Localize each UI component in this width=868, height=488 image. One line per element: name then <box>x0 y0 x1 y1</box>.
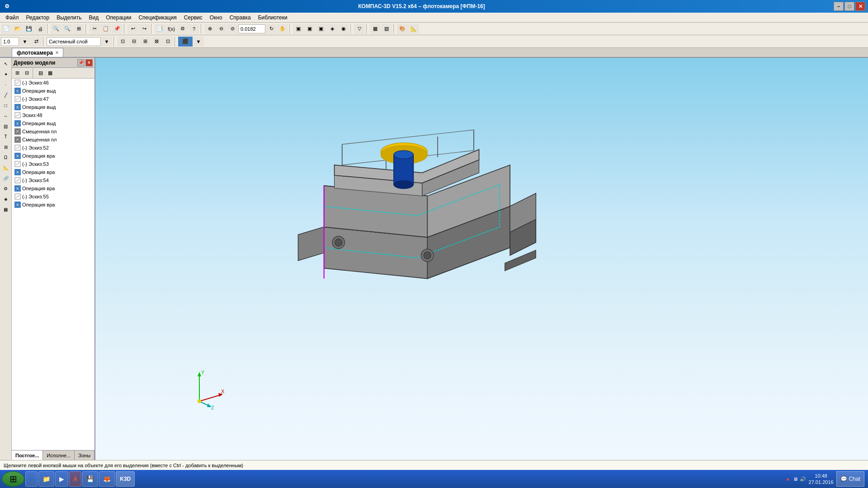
render-btn[interactable]: 🎨 <box>397 24 408 34</box>
active-tab[interactable]: флотокамера × <box>12 48 63 57</box>
menu-item-[interactable]: Библиотеки <box>255 14 291 22</box>
tb2-btn2[interactable]: ⊠ <box>151 37 162 47</box>
tree-close-btn[interactable]: × <box>85 59 93 66</box>
view-back-btn[interactable]: ▣ <box>304 24 315 34</box>
doc-btn[interactable]: 📑 <box>155 24 165 34</box>
cut-btn[interactable]: ✂ <box>89 24 100 34</box>
zoom-out-btn[interactable]: 🔍 <box>62 24 73 34</box>
tree-item[interactable]: Эскиз:48 <box>12 111 94 119</box>
view-3d-btn[interactable]: ◈ <box>327 24 338 34</box>
formula-btn[interactable]: f(x) <box>166 24 177 34</box>
tb2-btn1[interactable]: ⇄ <box>31 37 42 47</box>
save-btn[interactable]: 💾 <box>24 24 34 34</box>
zoom-in-btn[interactable]: 🔍 <box>51 24 61 34</box>
tree-item[interactable]: (-) Эскиз:46 <box>12 79 94 87</box>
measure-btn[interactable]: 📐 <box>408 24 419 34</box>
view-top-btn[interactable]: ▣ <box>316 24 326 34</box>
view-front-btn[interactable]: ▣ <box>293 24 304 34</box>
tab-close-btn[interactable]: × <box>56 50 58 55</box>
tree-item[interactable]: (-) Эскиз:53 <box>12 160 94 168</box>
tree-filter2-btn[interactable]: ▦ <box>46 69 55 78</box>
tree-item[interactable]: RОперация вра <box>12 168 94 176</box>
material-btn[interactable]: ▦ <box>370 24 381 34</box>
tree-item[interactable]: (-) Эскиз:52 <box>12 144 94 152</box>
display-btn[interactable]: ▽ <box>354 24 365 34</box>
start-button[interactable]: ⊞ <box>2 471 24 487</box>
taskbar-usb[interactable]: 💾 <box>82 471 98 487</box>
lt-text-btn[interactable]: T <box>1 131 11 141</box>
taskbar-explorer[interactable]: 📁 <box>38 471 54 487</box>
rotate-btn[interactable]: ↻ <box>266 24 277 34</box>
lt-hatch-btn[interactable]: ▥ <box>1 121 11 131</box>
chat-button[interactable]: 💬 Chat <box>836 471 864 487</box>
tree-item[interactable]: PСмещенная пл <box>12 136 94 144</box>
lt-line-btn[interactable]: ╱ <box>1 90 11 100</box>
zoom-all-btn[interactable]: ⊘ <box>227 24 238 34</box>
minimize-button[interactable]: – <box>834 2 844 11</box>
layer-dd-btn[interactable]: ▼ <box>101 37 112 47</box>
menu-item-[interactable]: Выделить <box>53 14 85 22</box>
tree-item[interactable]: RОперация вра <box>12 201 94 209</box>
taskbar-kompas[interactable]: K3D <box>116 471 135 487</box>
view-iso-btn[interactable]: ◉ <box>338 24 349 34</box>
tree-item[interactable]: RОперация вра <box>12 184 94 192</box>
menu-item-[interactable]: Сервис <box>180 14 206 22</box>
tree-item[interactable]: (-) Эскиз:54 <box>12 176 94 184</box>
menu-item-[interactable]: Окно <box>206 14 226 22</box>
3d-viewport[interactable]: Y X Z <box>95 58 868 460</box>
zoom-region-btn[interactable]: ⊕ <box>204 24 215 34</box>
section-btn[interactable]: ▧ <box>381 24 392 34</box>
paste-btn[interactable]: 📌 <box>112 24 123 34</box>
tree-filter1-btn[interactable]: ▤ <box>36 69 45 78</box>
lt-point-btn[interactable]: · <box>1 80 11 89</box>
new-btn[interactable]: 📄 <box>1 24 12 34</box>
tree-bottom-tab-2[interactable]: Зоны <box>75 450 94 460</box>
tree-item[interactable]: EОперация выд <box>12 87 94 95</box>
zoom-fit-btn[interactable]: ⊞ <box>73 24 84 34</box>
close-button[interactable]: ✕ <box>855 2 865 11</box>
menu-item-[interactable]: Справка <box>226 14 255 22</box>
ortho-btn[interactable]: ⊞ <box>140 37 151 47</box>
lt-filter-btn[interactable]: ▦ <box>1 204 11 214</box>
lt-param-btn[interactable]: ⚙ <box>1 183 11 193</box>
zoom-value-input[interactable]: 0.0182 <box>238 24 265 33</box>
tree-bottom-tab-1[interactable]: Исполне... <box>43 450 75 460</box>
layer-input[interactable] <box>47 37 101 46</box>
menu-item-[interactable]: Вид <box>85 14 103 22</box>
calc-btn[interactable]: ⚙ <box>177 24 188 34</box>
taskbar-media[interactable]: ▶ <box>55 471 68 487</box>
scale-btn[interactable]: ▼ <box>19 37 30 47</box>
color-dd-btn[interactable]: ▼ <box>193 37 204 47</box>
print-btn[interactable]: 🖨 <box>35 24 46 34</box>
tree-expand-btn[interactable]: ⊞ <box>13 69 22 78</box>
menu-item-[interactable]: Спецификация <box>135 14 180 22</box>
taskbar-firefox[interactable]: 🦊 <box>99 471 115 487</box>
tree-item[interactable]: RОперация вра <box>12 152 94 160</box>
lt-3d-btn[interactable]: ◈ <box>1 194 11 204</box>
maximize-button[interactable]: □ <box>844 2 854 11</box>
lt-magic-btn[interactable]: ✦ <box>1 69 11 79</box>
copy-btn[interactable]: 📋 <box>100 24 111 34</box>
lt-select-btn[interactable]: ↖ <box>1 59 11 69</box>
tree-bottom-tab-0[interactable]: Постroe... <box>12 450 43 460</box>
lt-symbol-btn[interactable]: Ω <box>1 152 11 162</box>
snap-btn[interactable]: ⊡ <box>117 37 128 47</box>
tree-item[interactable]: EОперация выд <box>12 119 94 127</box>
lt-dim-btn[interactable]: ↔ <box>1 111 11 121</box>
tb2-btn3[interactable]: ⊡ <box>162 37 173 47</box>
menu-item-[interactable]: Операции <box>102 14 135 22</box>
taskbar-ie[interactable]: e <box>25 471 38 487</box>
menu-item-[interactable]: Редактор <box>23 14 53 22</box>
taskbar-archicad[interactable]: A <box>69 471 81 487</box>
pan-btn[interactable]: ✋ <box>277 24 288 34</box>
lt-table-btn[interactable]: ⊞ <box>1 142 11 152</box>
lt-sketch-btn[interactable]: □ <box>1 100 11 110</box>
color-btn[interactable]: ⬛ <box>178 37 193 47</box>
lt-measure-btn[interactable]: 📐 <box>1 163 11 173</box>
tree-item[interactable]: PСмещенная пл <box>12 127 94 136</box>
tree-item[interactable]: (-) Эскиз:47 <box>12 95 94 103</box>
redo-btn[interactable]: ↪ <box>139 24 150 34</box>
menu-item-[interactable]: Файл <box>2 14 23 22</box>
zoom-prev-btn[interactable]: ⊖ <box>216 24 226 34</box>
lt-attach-btn[interactable]: 🔗 <box>1 173 11 183</box>
